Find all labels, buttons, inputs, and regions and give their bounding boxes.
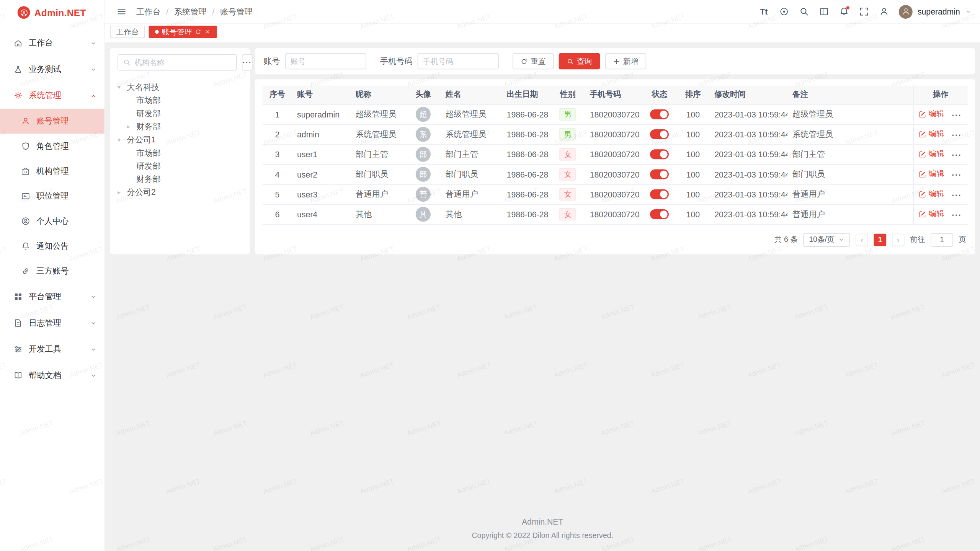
chevron-down-icon: [90, 320, 97, 326]
tree-node[interactable]: ▸财务部: [118, 120, 243, 133]
tree-node[interactable]: 研发部: [118, 159, 243, 172]
tree-node[interactable]: ▸分公司2: [118, 186, 243, 199]
sidebar-item-account[interactable]: 账号管理: [0, 109, 105, 134]
sidebar-item-workbench[interactable]: 工作台: [0, 30, 105, 56]
active-tab-dot: [155, 30, 159, 34]
breadcrumb-item-account: 账号管理: [220, 6, 253, 17]
collapse-menu-button[interactable]: [114, 4, 129, 19]
global-search-button[interactable]: [796, 4, 811, 19]
edit-button[interactable]: 编辑: [919, 209, 944, 220]
tree-node[interactable]: ▾分公司1: [118, 133, 243, 146]
caret-right-icon[interactable]: ▸: [118, 189, 127, 196]
tree-node[interactable]: 财务部: [118, 173, 243, 186]
more-actions-button[interactable]: ···: [952, 170, 962, 179]
cell-index: 1: [263, 104, 292, 124]
search-icon: [567, 58, 574, 65]
goto-page-input[interactable]: [931, 233, 953, 246]
cell-remark: 普通用户: [787, 204, 913, 224]
more-actions-button[interactable]: ···: [952, 130, 962, 140]
cell-gender: 女: [551, 204, 585, 224]
profile-button[interactable]: [876, 4, 891, 19]
breadcrumb-item-workbench[interactable]: 工作台: [136, 6, 161, 17]
gender-badge: 女: [560, 188, 576, 201]
tree-node[interactable]: 研发部: [118, 107, 243, 120]
status-toggle[interactable]: [650, 150, 669, 160]
col-phone: 手机号码: [585, 86, 643, 104]
edit-button[interactable]: 编辑: [919, 149, 944, 160]
cell-birthdate: 1986-06-28: [502, 144, 551, 164]
font-size-button[interactable]: Tt: [756, 4, 771, 19]
breadcrumb-item-system[interactable]: 系统管理: [174, 6, 207, 17]
page-1-button[interactable]: 1: [874, 233, 887, 246]
tab-workbench[interactable]: 工作台: [110, 26, 145, 38]
cell-phone: 18020030720: [585, 104, 643, 124]
more-actions-button[interactable]: ···: [952, 150, 962, 160]
theme-button[interactable]: [776, 4, 791, 19]
username[interactable]: superadmin: [918, 7, 960, 16]
edit-label: 编辑: [929, 189, 944, 199]
page-size-select[interactable]: 10条/页: [804, 233, 850, 246]
sidebar-item-business-test[interactable]: 业务测试: [0, 56, 105, 83]
edit-button[interactable]: 编辑: [919, 169, 944, 179]
col-remark: 备注: [787, 86, 913, 104]
next-page-button[interactable]: ›: [892, 233, 905, 246]
close-icon[interactable]: [204, 29, 211, 35]
sidebar-item-role[interactable]: 角色管理: [0, 134, 105, 158]
edit-label: 编辑: [929, 169, 944, 179]
caret-down-icon[interactable]: ▾: [118, 84, 127, 91]
tree-node[interactable]: 市场部: [118, 94, 243, 107]
sidebar-item-notice[interactable]: 通知公告: [0, 234, 105, 259]
notification-button[interactable]: [836, 4, 851, 19]
sidebar-item-platform[interactable]: 平台管理: [0, 284, 105, 310]
tab-account-management[interactable]: 账号管理: [149, 26, 217, 38]
prev-page-button[interactable]: ‹: [856, 233, 868, 246]
sidebar-item-logs[interactable]: 日志管理: [0, 310, 105, 336]
status-toggle[interactable]: [650, 170, 669, 179]
refresh-icon[interactable]: [195, 29, 201, 35]
sidebar-item-system[interactable]: 系统管理: [0, 83, 105, 109]
sidebar-item-position[interactable]: 职位管理: [0, 184, 105, 209]
cell-name: 超级管理员: [441, 104, 501, 124]
page-footer: Admin.NET Copyright © 2022 Dilon All rig…: [110, 517, 975, 546]
status-toggle[interactable]: [650, 189, 669, 199]
user-avatar[interactable]: [899, 5, 913, 18]
tree-more-button[interactable]: ···: [242, 54, 253, 70]
add-button[interactable]: 新增: [605, 53, 646, 69]
layout-button[interactable]: [816, 4, 831, 19]
more-actions-button[interactable]: ···: [952, 191, 962, 200]
org-name-input[interactable]: [134, 58, 231, 67]
caret-right-icon[interactable]: ▸: [127, 123, 136, 130]
status-toggle[interactable]: [650, 209, 669, 219]
phone-input[interactable]: [418, 53, 499, 69]
edit-button[interactable]: 编辑: [919, 189, 944, 199]
account-input[interactable]: [285, 53, 366, 69]
chevron-down-icon[interactable]: [965, 8, 971, 15]
status-toggle[interactable]: [650, 109, 669, 119]
sidebar-menu: 工作台 业务测试 系统管理 账号管理 角色管理: [0, 25, 105, 551]
tree-node-label: 研发部: [136, 160, 161, 171]
status-toggle[interactable]: [650, 129, 669, 139]
cell-actions: 编辑···: [913, 124, 968, 144]
cell-remark: 普通用户: [787, 184, 913, 204]
tree-node[interactable]: ▾大名科技: [118, 81, 243, 94]
query-button[interactable]: 查询: [559, 53, 600, 69]
sidebar-item-personal[interactable]: 个人中心: [0, 209, 105, 233]
more-actions-button[interactable]: ···: [952, 111, 962, 120]
app-logo[interactable]: Admin.NET: [0, 0, 105, 25]
org-search-box[interactable]: [118, 54, 237, 70]
avatar: 部: [416, 147, 431, 162]
sidebar-item-thirdparty[interactable]: 三方账号: [0, 259, 105, 284]
table-header-row: 序号 账号 昵称 头像 姓名 出生日期 性别 手机号码 状态 排序: [263, 86, 968, 104]
caret-down-icon[interactable]: ▾: [118, 136, 127, 143]
reset-button[interactable]: 重置: [513, 53, 554, 69]
sidebar-item-label: 机构管理: [36, 166, 69, 177]
search-icon: [799, 7, 808, 16]
sidebar-item-org[interactable]: 机构管理: [0, 159, 105, 184]
more-actions-button[interactable]: ···: [952, 210, 962, 220]
edit-button[interactable]: 编辑: [919, 129, 944, 140]
tree-node[interactable]: 市场部: [118, 146, 243, 159]
edit-button[interactable]: 编辑: [919, 109, 944, 119]
sidebar-item-help[interactable]: 帮助文档: [0, 362, 105, 389]
sidebar-item-devtools[interactable]: 开发工具: [0, 336, 105, 362]
fullscreen-button[interactable]: [856, 4, 871, 19]
